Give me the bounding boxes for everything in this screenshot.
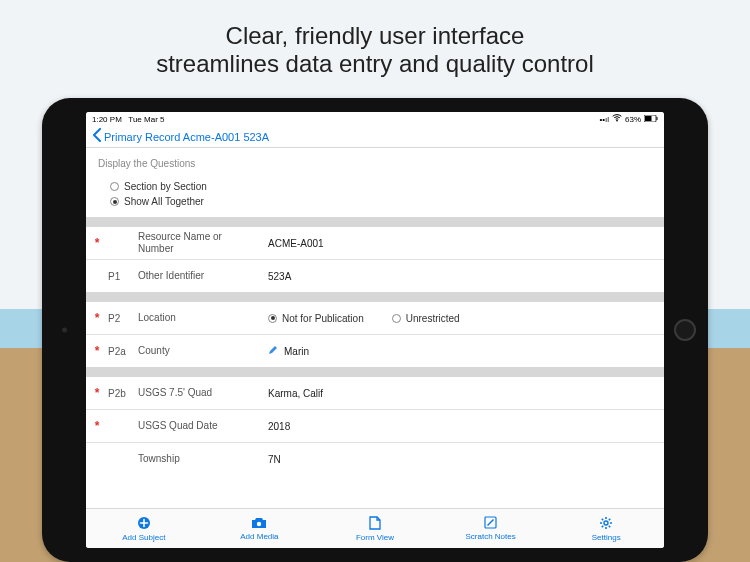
row-township[interactable]: Township 7N xyxy=(86,443,664,475)
row-value: Not for Publication Unrestricted xyxy=(268,311,664,326)
radio-unrestricted[interactable]: Unrestricted xyxy=(392,311,460,326)
section-divider xyxy=(86,217,664,227)
county-value: Marin xyxy=(284,346,309,357)
pencil-icon[interactable] xyxy=(268,345,278,357)
svg-point-5 xyxy=(257,521,261,525)
tab-settings[interactable]: Settings xyxy=(548,509,664,548)
radio-label: Section by Section xyxy=(124,181,207,192)
radio-icon xyxy=(392,314,401,323)
radio-label: Unrestricted xyxy=(406,313,460,324)
back-chevron-icon[interactable] xyxy=(92,128,102,145)
svg-line-14 xyxy=(602,525,603,526)
tab-label: Settings xyxy=(592,533,621,542)
tab-label: Add Media xyxy=(240,532,278,541)
marketing-headline: Clear, friendly user interface streamlin… xyxy=(0,0,750,78)
radio-icon xyxy=(110,197,119,206)
row-other-identifier[interactable]: P1 Other Identifier 523A xyxy=(86,260,664,292)
svg-rect-3 xyxy=(657,117,658,120)
status-bar: 1:20 PM Tue Mar 5 ••ıl 63% xyxy=(86,112,664,126)
row-label: Location xyxy=(138,312,268,324)
radio-section-by-section[interactable]: Section by Section xyxy=(110,179,652,194)
nav-header: Primary Record Acme-A001 523A xyxy=(86,126,664,148)
section-divider xyxy=(86,367,664,377)
status-time: 1:20 PM xyxy=(92,115,122,124)
tablet-frame: 1:20 PM Tue Mar 5 ••ıl 63% Primary Recor… xyxy=(42,98,708,562)
svg-line-12 xyxy=(602,518,603,519)
row-value: 7N xyxy=(268,454,664,465)
tab-label: Add Subject xyxy=(122,533,165,542)
tab-form-view[interactable]: Form View xyxy=(317,509,433,548)
radio-label: Not for Publication xyxy=(282,313,364,324)
required-mark: * xyxy=(86,236,108,250)
svg-point-7 xyxy=(604,521,608,525)
tab-bar: Add Subject Add Media Form View Scratch … xyxy=(86,508,664,548)
row-label: USGS 7.5' Quad xyxy=(138,387,268,399)
headline-line1: Clear, friendly user interface xyxy=(0,22,750,50)
radio-icon xyxy=(110,182,119,191)
tab-label: Form View xyxy=(356,533,394,542)
row-label: USGS Quad Date xyxy=(138,420,268,432)
required-mark: * xyxy=(86,419,108,433)
radio-not-for-publication[interactable]: Not for Publication xyxy=(268,311,364,326)
row-usgs-quad-date[interactable]: * USGS Quad Date 2018 xyxy=(86,410,664,442)
row-code: P2a xyxy=(108,346,138,357)
status-right: ••ıl 63% xyxy=(599,114,658,124)
radio-label: Show All Together xyxy=(124,196,204,207)
nav-title[interactable]: Primary Record Acme-A001 523A xyxy=(104,131,269,143)
screen: 1:20 PM Tue Mar 5 ••ıl 63% Primary Recor… xyxy=(86,112,664,548)
row-value: 2018 xyxy=(268,421,664,432)
camera-icon xyxy=(251,517,267,531)
tab-add-media[interactable]: Add Media xyxy=(202,509,318,548)
row-county[interactable]: * P2a County Marin xyxy=(86,335,664,367)
gear-icon xyxy=(599,516,613,532)
row-value: ACME-A001 xyxy=(268,238,664,249)
row-value: 523A xyxy=(268,271,664,282)
required-mark: * xyxy=(86,311,108,325)
tab-label: Scratch Notes xyxy=(465,532,515,541)
tab-scratch-notes[interactable]: Scratch Notes xyxy=(433,509,549,548)
row-value: Karma, Calif xyxy=(268,388,664,399)
display-questions-heading: Display the Questions xyxy=(86,148,664,177)
svg-line-15 xyxy=(609,518,610,519)
form-content: Display the Questions Section by Section… xyxy=(86,148,664,508)
radio-icon xyxy=(268,314,277,323)
status-date: Tue Mar 5 xyxy=(128,115,164,124)
battery-pct: 63% xyxy=(625,115,641,124)
row-value: Marin xyxy=(268,345,664,357)
note-icon xyxy=(484,516,497,531)
battery-icon xyxy=(644,115,658,124)
radio-show-all[interactable]: Show All Together xyxy=(110,194,652,209)
plus-circle-icon xyxy=(137,516,151,532)
wifi-icon xyxy=(612,114,622,124)
row-code: P2b xyxy=(108,388,138,399)
row-usgs-quad[interactable]: * P2b USGS 7.5' Quad Karma, Calif xyxy=(86,377,664,409)
row-label: Resource Name or Number xyxy=(138,231,268,255)
status-left: 1:20 PM Tue Mar 5 xyxy=(92,115,165,124)
svg-rect-2 xyxy=(645,116,652,121)
section-divider xyxy=(86,292,664,302)
row-label: County xyxy=(138,345,268,357)
svg-point-0 xyxy=(616,120,618,122)
row-resource-name[interactable]: * Resource Name or Number ACME-A001 xyxy=(86,227,664,259)
home-button[interactable] xyxy=(674,319,696,341)
row-code: P2 xyxy=(108,313,138,324)
row-label: Township xyxy=(138,453,268,465)
display-questions-group: Section by Section Show All Together xyxy=(86,177,664,217)
required-mark: * xyxy=(86,344,108,358)
row-code: P1 xyxy=(108,271,138,282)
document-icon xyxy=(369,516,381,532)
tab-add-subject[interactable]: Add Subject xyxy=(86,509,202,548)
headline-line2: streamlines data entry and quality contr… xyxy=(0,50,750,78)
signal-icon: ••ıl xyxy=(599,115,609,124)
svg-line-13 xyxy=(609,525,610,526)
row-label: Other Identifier xyxy=(138,270,268,282)
required-mark: * xyxy=(86,386,108,400)
camera-dot xyxy=(62,328,67,333)
row-location[interactable]: * P2 Location Not for Publication Unrest… xyxy=(86,302,664,334)
